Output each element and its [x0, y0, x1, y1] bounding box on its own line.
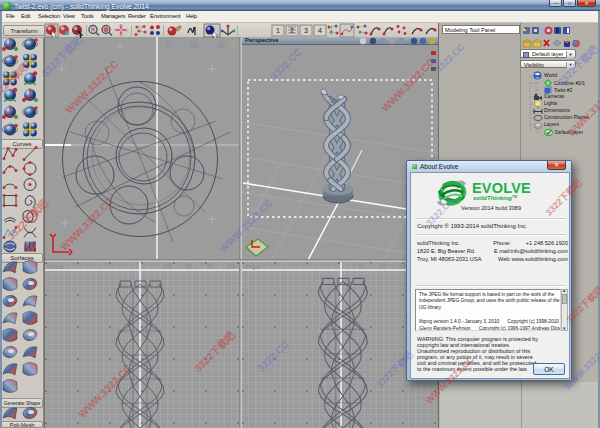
svg-text:3: 3	[304, 27, 308, 34]
svg-text:Right: Right	[246, 264, 260, 270]
svg-text:1: 1	[276, 27, 280, 34]
svg-text:4: 4	[318, 27, 322, 34]
svg-text:Front: Front	[49, 264, 63, 270]
